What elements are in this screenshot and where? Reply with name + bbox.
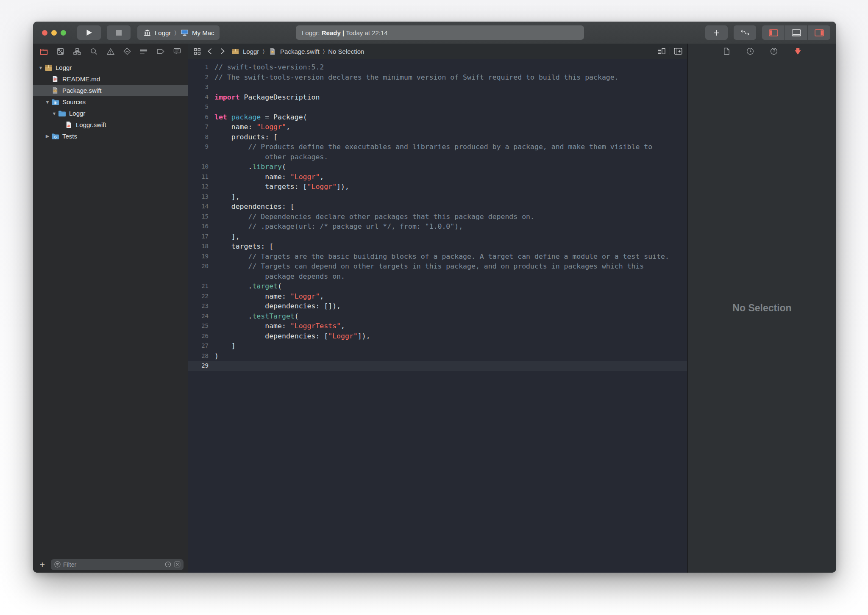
line-number[interactable]: 7 — [188, 122, 214, 132]
code-line[interactable]: 23 dependencies: []), — [188, 301, 687, 311]
code-line[interactable]: 2// The swift-tools-version declares the… — [188, 72, 687, 83]
code-line[interactable]: 5 — [188, 102, 687, 112]
code-line[interactable]: 16 // .package(url: /* package url */, f… — [188, 222, 687, 232]
code-line[interactable]: 8 products: [ — [188, 132, 687, 142]
line-number[interactable]: 28 — [188, 351, 214, 361]
navigator-tab-project-navigator[interactable] — [39, 47, 48, 56]
line-number[interactable]: 22 — [188, 291, 214, 302]
code-line[interactable]: 11 name: "Loggr", — [188, 172, 687, 182]
code-line[interactable]: 26 dependencies: ["Loggr"]), — [188, 331, 687, 341]
line-number[interactable] — [188, 152, 214, 162]
code-line[interactable]: 27 ] — [188, 341, 687, 351]
code-line[interactable]: 13 ], — [188, 192, 687, 202]
code-line[interactable]: 12 targets: ["Loggr"]), — [188, 182, 687, 192]
add-editor-icon[interactable] — [673, 47, 683, 56]
code-line[interactable]: 25 name: "LoggrTests", — [188, 321, 687, 331]
disclosure-triangle-icon[interactable]: ▼ — [44, 100, 51, 105]
library-button[interactable] — [705, 25, 728, 40]
line-number[interactable]: 17 — [188, 232, 214, 242]
navigator-tab-test-navigator[interactable] — [122, 47, 132, 56]
navigator-tab-source-control-navigator[interactable] — [56, 47, 65, 56]
code-line[interactable]: 18 targets: [ — [188, 241, 687, 252]
line-number[interactable]: 19 — [188, 252, 214, 262]
line-number[interactable]: 16 — [188, 222, 214, 232]
line-number[interactable]: 20 — [188, 261, 214, 271]
minimize-button[interactable] — [51, 30, 57, 36]
tree-item-sources[interactable]: ▼Sources — [33, 96, 188, 108]
stop-button[interactable] — [107, 25, 131, 40]
navigator-tab-debug-navigator[interactable] — [139, 47, 148, 56]
scheme-selector[interactable]: Loggr 〉 My Mac — [137, 25, 220, 40]
line-number[interactable]: 15 — [188, 212, 214, 222]
code-line[interactable]: 3 — [188, 82, 687, 92]
tree-item-loggr[interactable]: ▼Loggr — [33, 62, 188, 73]
tree-item-tests[interactable]: ▶Tests — [33, 130, 188, 142]
code-line[interactable]: 15 // Dependencies declare other package… — [188, 212, 687, 222]
disclosure-triangle-icon[interactable]: ▶ — [44, 133, 51, 139]
toggle-debug-area-button[interactable] — [785, 25, 807, 40]
line-number[interactable]: 14 — [188, 202, 214, 212]
code-line-current[interactable]: 29 — [188, 361, 687, 371]
add-file-button[interactable]: + — [37, 560, 47, 570]
code-review-button[interactable] — [734, 25, 756, 40]
code-line[interactable]: 4import PackageDescription — [188, 92, 687, 102]
toggle-inspector-button[interactable] — [807, 25, 830, 40]
code-line[interactable]: 28) — [188, 351, 687, 361]
editor-options-icon[interactable] — [657, 47, 666, 56]
line-number[interactable]: 24 — [188, 311, 214, 321]
code-line[interactable]: 6let package = Package( — [188, 112, 687, 122]
code-line[interactable]: 9 // Products define the executables and… — [188, 142, 687, 152]
line-number[interactable]: 8 — [188, 132, 214, 142]
tree-item-loggr[interactable]: ▼Loggr — [33, 108, 188, 119]
line-number[interactable]: 4 — [188, 92, 214, 102]
zoom-button[interactable] — [61, 30, 66, 36]
forward-button[interactable] — [218, 47, 227, 56]
tree-item-package-swift[interactable]: Package.swift — [33, 85, 188, 96]
line-number[interactable]: 26 — [188, 331, 214, 341]
disclosure-triangle-icon[interactable]: ▼ — [51, 111, 58, 116]
code-line[interactable]: 21 .target( — [188, 281, 687, 291]
code-line[interactable]: 1// swift-tools-version:5.2 — [188, 62, 687, 72]
line-number[interactable]: 27 — [188, 341, 214, 351]
code-line[interactable]: 19 // Targets are the basic building blo… — [188, 252, 687, 262]
line-number[interactable]: 13 — [188, 192, 214, 202]
code-line[interactable]: 7 name: "Loggr", — [188, 122, 687, 132]
line-number[interactable] — [188, 271, 214, 282]
line-number[interactable]: 10 — [188, 162, 214, 172]
code-line[interactable]: 24 .testTarget( — [188, 311, 687, 321]
recent-files-icon[interactable] — [164, 561, 171, 568]
line-number[interactable]: 1 — [188, 62, 214, 72]
code-line[interactable]: 20 // Targets can depend on other target… — [188, 261, 687, 271]
navigator-tab-breakpoint-navigator[interactable] — [156, 47, 165, 56]
run-button[interactable] — [77, 25, 101, 40]
line-number[interactable]: 21 — [188, 281, 214, 291]
filter-field[interactable]: Filter — [51, 559, 184, 570]
line-number[interactable]: 6 — [188, 112, 214, 122]
code-line[interactable]: 17 ], — [188, 232, 687, 242]
code-line[interactable]: package depends on. — [188, 271, 687, 282]
code-line[interactable]: 10 .library( — [188, 162, 687, 172]
close-button[interactable] — [42, 30, 47, 36]
tree-item-readme-md[interactable]: README.md — [33, 73, 188, 85]
source-editor[interactable]: 1// swift-tools-version:5.22// The swift… — [188, 59, 687, 573]
related-items-icon[interactable] — [192, 47, 202, 56]
line-number[interactable]: 18 — [188, 241, 214, 252]
line-number[interactable]: 29 — [188, 361, 214, 371]
line-number[interactable]: 3 — [188, 82, 214, 92]
navigator-tab-find-navigator[interactable] — [89, 47, 98, 56]
navigator-tab-report-navigator[interactable] — [172, 47, 182, 56]
code-line[interactable]: 22 name: "Loggr", — [188, 291, 687, 302]
breadcrumb[interactable]: Loggr 〉 Package.swift 〉 No Selection — [231, 47, 364, 56]
line-number[interactable]: 11 — [188, 172, 214, 182]
toggle-navigator-button[interactable] — [762, 25, 785, 40]
back-button[interactable] — [205, 47, 214, 56]
line-number[interactable]: 12 — [188, 182, 214, 192]
line-number[interactable]: 23 — [188, 301, 214, 311]
navigator-tab-issue-navigator[interactable] — [106, 47, 115, 56]
line-number[interactable]: 5 — [188, 102, 214, 112]
code-line[interactable]: 14 dependencies: [ — [188, 202, 687, 212]
line-number[interactable]: 9 — [188, 142, 214, 152]
code-line[interactable]: other packages. — [188, 152, 687, 162]
tree-item-loggr-swift[interactable]: Loggr.swift — [33, 119, 188, 130]
source-control-status-icon[interactable] — [174, 561, 181, 568]
